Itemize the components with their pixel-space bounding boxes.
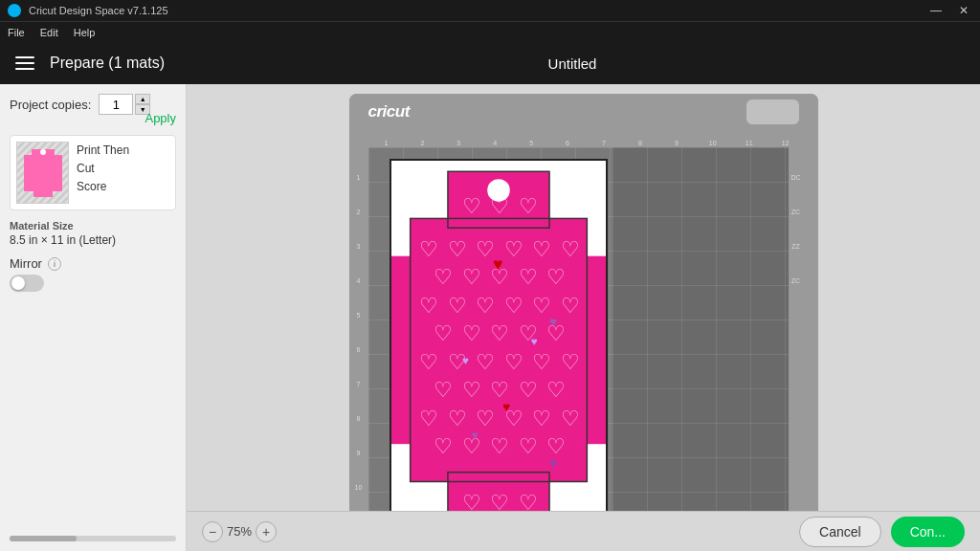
svg-text:♡: ♡ [461, 265, 480, 289]
zoom-in-button[interactable]: + [256, 521, 277, 542]
material-size-label: Material Size [10, 220, 176, 231]
action-buttons: Cancel Con... [799, 517, 965, 547]
zoom-out-button[interactable]: − [202, 521, 223, 542]
svg-text:♥: ♥ [471, 429, 478, 441]
mirror-info-icon[interactable]: i [48, 257, 61, 271]
page-title: Prepare (1 mats) [50, 55, 165, 72]
svg-text:♡: ♡ [518, 265, 537, 289]
svg-text:♡: ♡ [461, 321, 480, 345]
ruler-left-4: 4 [357, 251, 361, 285]
svg-text:♡: ♡ [476, 407, 495, 430]
svg-text:♡: ♡ [532, 294, 551, 318]
mat-main-row: 1 2 3 4 5 6 7 8 9 10 11 [349, 147, 818, 511]
project-copies-section: Project copies: ▲ ▼ Apply [10, 94, 176, 125]
ruler-top-6: 6 [549, 140, 586, 146]
mat-right-grid [612, 147, 804, 511]
app-header: Prepare (1 mats) Untitled [0, 42, 980, 84]
toggle-knob [11, 276, 25, 290]
continue-button[interactable]: Con... [891, 517, 965, 547]
window-controls: — ✕ [926, 4, 972, 17]
menu-help[interactable]: Help [74, 27, 96, 38]
document-title: Untitled [180, 55, 965, 72]
svg-text:♡: ♡ [434, 321, 453, 345]
ruler-left-7: 7 [357, 354, 361, 388]
ruler-left: 1 2 3 4 5 6 7 8 9 10 11 [349, 147, 368, 511]
ruler-top-10: 10 [695, 140, 731, 146]
copies-up-button[interactable]: ▲ [135, 94, 150, 104]
svg-text:♡: ♡ [503, 294, 523, 318]
thumbnail-card: Print Then Cut Score [10, 135, 176, 210]
project-copies-label: Project copies: [10, 98, 91, 112]
main-layout: Project copies: ▲ ▼ Apply [0, 84, 980, 551]
menu-bar: File Edit Help [0, 21, 980, 42]
zoom-controls: − 75% + [202, 521, 277, 542]
svg-text:♡: ♡ [546, 434, 566, 458]
svg-text:♡: ♡ [461, 491, 480, 511]
ruler-corner-right [804, 130, 818, 147]
svg-text:♡: ♡ [546, 378, 566, 402]
ruler-left-3: 3 [357, 216, 361, 251]
menu-file[interactable]: File [8, 27, 25, 38]
ruler-left-10: 10 [355, 457, 363, 492]
svg-text:♥: ♥ [530, 335, 537, 347]
svg-text:♡: ♡ [490, 195, 509, 219]
thumbnail-label-0: Print Then [77, 142, 129, 160]
ruler-top-3: 3 [440, 140, 477, 146]
apply-row: Apply [10, 111, 176, 125]
ruler-top: 1 2 3 4 5 6 7 8 9 10 11 12 [368, 130, 804, 147]
svg-text:♡: ♡ [518, 491, 537, 511]
scrollbar-thumb [10, 536, 77, 541]
ruler-right-3: ZZ [791, 216, 800, 251]
svg-text:♡: ♡ [490, 491, 509, 511]
svg-text:♡: ♡ [560, 237, 579, 261]
app-title: Cricut Design Space v7.1.125 [29, 5, 168, 16]
svg-text:♥: ♥ [501, 400, 509, 414]
thumbnail-labels: Print Then Cut Score [77, 142, 129, 197]
cricut-mat: cricut 1 2 3 4 5 6 7 [349, 94, 818, 511]
svg-text:♡: ♡ [447, 237, 466, 261]
ruler-top-9: 9 [658, 140, 695, 146]
svg-text:♡: ♡ [419, 407, 438, 430]
svg-rect-1 [24, 155, 62, 191]
svg-text:♡: ♡ [434, 265, 453, 289]
svg-text:♡: ♡ [447, 294, 466, 318]
mirror-toggle[interactable] [10, 275, 44, 292]
minimize-button[interactable]: — [926, 4, 946, 17]
svg-text:♡: ♡ [560, 407, 579, 430]
canvas-scroll[interactable]: cricut 1 2 3 4 5 6 7 [187, 84, 980, 511]
menu-edit[interactable]: Edit [40, 27, 58, 38]
svg-text:♡: ♡ [419, 350, 438, 374]
thumbnail-preview [17, 143, 68, 203]
ruler-right-strip [804, 147, 818, 511]
ruler-left-2: 2 [357, 182, 361, 216]
cancel-button[interactable]: Cancel [799, 517, 881, 547]
mat-handle [746, 99, 799, 124]
ruler-left-9: 9 [357, 423, 361, 457]
paper-sheet: ♡ ♡ ♡ ♡ ♡ ♡ ♡ ♡ ♡ ♡ [390, 159, 608, 511]
svg-text:♡: ♡ [476, 350, 495, 374]
svg-text:♡: ♡ [518, 434, 537, 458]
svg-text:♡: ♡ [532, 350, 551, 374]
svg-text:♡: ♡ [461, 195, 480, 219]
ruler-right: DC ZC ZZ ZC [789, 147, 804, 511]
ruler-top-1: 1 [368, 140, 405, 146]
svg-text:♥: ♥ [461, 354, 468, 366]
svg-rect-2 [33, 191, 53, 197]
copies-input[interactable] [99, 94, 133, 115]
svg-point-3 [40, 149, 46, 155]
design-svg: ♡ ♡ ♡ ♡ ♡ ♡ ♡ ♡ ♡ ♡ [391, 161, 606, 511]
hamburger-menu[interactable] [15, 56, 34, 70]
title-bar-left: Cricut Design Space v7.1.125 [8, 4, 168, 17]
svg-rect-9 [577, 256, 605, 444]
ruler-right-4: ZC [791, 251, 800, 285]
svg-text:♡: ♡ [461, 378, 480, 402]
svg-text:♡: ♡ [560, 294, 579, 318]
ruler-top-5: 5 [513, 140, 549, 146]
apply-button[interactable]: Apply [145, 111, 176, 125]
ruler-top-4: 4 [477, 140, 513, 146]
close-button[interactable]: ✕ [955, 4, 972, 17]
mirror-row: Mirror i [10, 256, 176, 271]
sidebar-scrollbar[interactable] [10, 536, 176, 541]
app-icon [8, 4, 21, 17]
svg-text:♥: ♥ [493, 254, 503, 274]
